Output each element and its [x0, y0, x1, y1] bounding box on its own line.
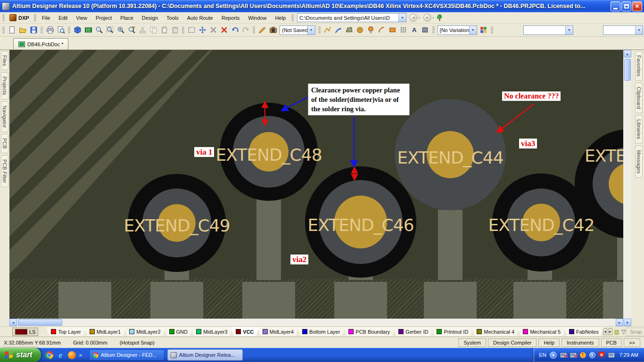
- layer-tab-printout-id[interactable]: Printout ID: [431, 327, 473, 336]
- close-button[interactable]: ✕: [632, 1, 642, 11]
- layer-tab-fabnotes[interactable]: FabNotes: [564, 327, 604, 336]
- security-shield-icon[interactable]: ✕: [599, 352, 605, 358]
- document-tab[interactable]: DB46.PcbDoc *: [13, 38, 68, 49]
- layer-tab-pcb-boundary[interactable]: PCB Boundary: [343, 327, 395, 336]
- panel-tab-projects[interactable]: Projects: [1, 72, 8, 99]
- hide-tray-icons-button[interactable]: ◄: [550, 352, 557, 359]
- pcb-menu-button[interactable]: PCB: [601, 338, 622, 347]
- filter-icon[interactable]: ▽: [621, 329, 626, 335]
- menu-view[interactable]: View: [72, 13, 91, 23]
- language-indicator[interactable]: EN: [539, 352, 546, 358]
- layer-tab-gnd[interactable]: GND: [164, 327, 193, 336]
- layer-tab-bottom-layer[interactable]: Bottom Layer: [297, 327, 345, 336]
- place-string-icon[interactable]: A: [409, 25, 420, 35]
- paste-array-icon[interactable]: [398, 25, 409, 35]
- place-line-icon[interactable]: [322, 25, 333, 35]
- taskbar-window-altium-fed[interactable]: Altium Designer - FED...: [89, 349, 165, 361]
- deselect-icon[interactable]: [208, 25, 218, 35]
- menu-tools[interactable]: Tools: [162, 13, 183, 23]
- snap-button[interactable]: Snap: [626, 328, 644, 336]
- interactive-routing-icon[interactable]: [257, 25, 267, 35]
- zoom-filter-icon[interactable]: [126, 25, 137, 35]
- chevron-down-icon[interactable]: ▼: [418, 16, 421, 19]
- saved-state-combo[interactable]: (Not Saved) ▼: [280, 25, 315, 35]
- place-component-icon[interactable]: [420, 25, 430, 35]
- chevron-down-icon[interactable]: ▼: [307, 26, 315, 34]
- maximize-button[interactable]: [621, 1, 631, 11]
- variations-combo[interactable]: [No Variations] ▼: [438, 25, 477, 35]
- via-label-extend-c49[interactable]: EXTEND_C49: [124, 216, 230, 235]
- internet-explorer-icon[interactable]: e: [57, 351, 65, 359]
- scroll-down-button[interactable]: ▼: [624, 319, 631, 326]
- menu-window[interactable]: Window: [244, 13, 271, 23]
- zoom-document-icon[interactable]: [94, 25, 104, 35]
- layer-tab-mechanical-4[interactable]: Mechanical 4: [471, 327, 520, 336]
- panel-tab-clipboard[interactable]: Clipboard: [635, 82, 643, 113]
- place-fill-icon[interactable]: [388, 25, 398, 35]
- menu-dxp[interactable]: DXP: [6, 13, 33, 22]
- layer-tab-scroll-right-button[interactable]: ►: [608, 328, 612, 335]
- home-icon[interactable]: [435, 13, 445, 23]
- new-document-icon[interactable]: [7, 25, 17, 35]
- panel-tab-libraries[interactable]: Libraries: [635, 115, 643, 143]
- chevron-down-icon[interactable]: ▼: [565, 26, 573, 34]
- minimize-button[interactable]: [611, 1, 620, 11]
- panel-tab-navigator[interactable]: Navigator: [1, 101, 8, 132]
- panel-tab-favorites[interactable]: Favorites: [635, 51, 643, 81]
- panel-tab-messages[interactable]: Messages: [635, 146, 643, 178]
- help-menu-button[interactable]: Help: [538, 338, 560, 347]
- save-icon[interactable]: [28, 25, 39, 35]
- mask-icon[interactable]: ▧: [614, 329, 619, 335]
- empty-combo-1[interactable]: ▼: [523, 25, 573, 35]
- layer-tab-scroll-left-button[interactable]: ◄: [603, 328, 607, 335]
- layer-tab-midlayer2[interactable]: MidLayer2: [124, 327, 165, 336]
- more-panels-button[interactable]: >>: [624, 338, 640, 347]
- print-icon[interactable]: [45, 25, 55, 35]
- view-3d-icon[interactable]: [72, 25, 83, 35]
- via-label-extend-right[interactable]: EXTE: [585, 146, 623, 165]
- taskbar-clock[interactable]: 7:29 AM: [619, 352, 638, 358]
- panel-tab-pcb-filter[interactable]: PCB Filter: [1, 155, 8, 187]
- layer-tab-midlayer1[interactable]: MidLayer1: [84, 327, 126, 336]
- print-preview-icon[interactable]: [56, 25, 66, 35]
- chevron-down-icon[interactable]: ▼: [469, 26, 477, 34]
- layer-tab-gerber-id[interactable]: Gerber ID: [393, 327, 433, 336]
- pcb-canvas[interactable]: EXTEND_C48 EXTEND_C44 EXTEND_C49 EXTEND_…: [9, 50, 623, 326]
- variants-icon[interactable]: [479, 25, 489, 35]
- chevron-down-icon[interactable]: ▼: [635, 26, 643, 34]
- scroll-up-button[interactable]: ▲: [624, 50, 631, 58]
- layer-tab-midlayer4[interactable]: MidLayer4: [257, 327, 299, 336]
- menu-project[interactable]: Project: [91, 13, 116, 23]
- network-disconnected-icon[interactable]: ✕: [560, 353, 567, 358]
- wireless-disconnected-icon[interactable]: ✕: [570, 353, 577, 358]
- zoom-area-icon[interactable]: [105, 25, 115, 35]
- menu-reports[interactable]: Reports: [217, 13, 244, 23]
- nav-back-button[interactable]: ◄: [409, 14, 417, 22]
- place-via-icon[interactable]: [355, 25, 365, 35]
- via-label-extend-c46[interactable]: EXTEND_C46: [307, 215, 413, 235]
- menu-help[interactable]: Help: [271, 13, 290, 23]
- place-arc-icon[interactable]: [377, 25, 387, 35]
- layer-tab-vcc[interactable]: VCC: [231, 327, 259, 336]
- start-button[interactable]: start: [0, 348, 41, 362]
- via-label-extend-c42[interactable]: EXTEND_C42: [488, 215, 594, 235]
- zoom-selected-icon[interactable]: [116, 25, 126, 35]
- horizontal-scrollbar[interactable]: ◄ ►: [9, 319, 623, 326]
- vertical-scroll-thumb[interactable]: [624, 59, 631, 81]
- quick-launch-overflow[interactable]: »: [79, 352, 82, 358]
- menu-design[interactable]: Design: [138, 13, 162, 23]
- clear-filter-icon[interactable]: [219, 25, 229, 35]
- empty-combo-2[interactable]: ▼: [603, 25, 643, 35]
- vertical-scrollbar[interactable]: ▲ ▼: [623, 50, 631, 326]
- horizontal-scroll-thumb[interactable]: [18, 319, 62, 326]
- info-icon[interactable]: i: [589, 352, 595, 358]
- layer-tab-midlayer3[interactable]: MidLayer3: [191, 327, 232, 336]
- place-pad-icon[interactable]: [366, 25, 376, 35]
- interactive-route-tool-icon[interactable]: [333, 25, 344, 35]
- alert-icon[interactable]: !: [580, 352, 586, 358]
- taskbar-window-altium-release[interactable]: Altium Designer Relea...: [167, 349, 243, 361]
- undo-icon[interactable]: [230, 25, 240, 35]
- panel-tab-pcb[interactable]: PCB: [1, 134, 8, 153]
- display-icon[interactable]: [608, 353, 615, 358]
- instruments-menu-button[interactable]: Instruments: [561, 338, 599, 347]
